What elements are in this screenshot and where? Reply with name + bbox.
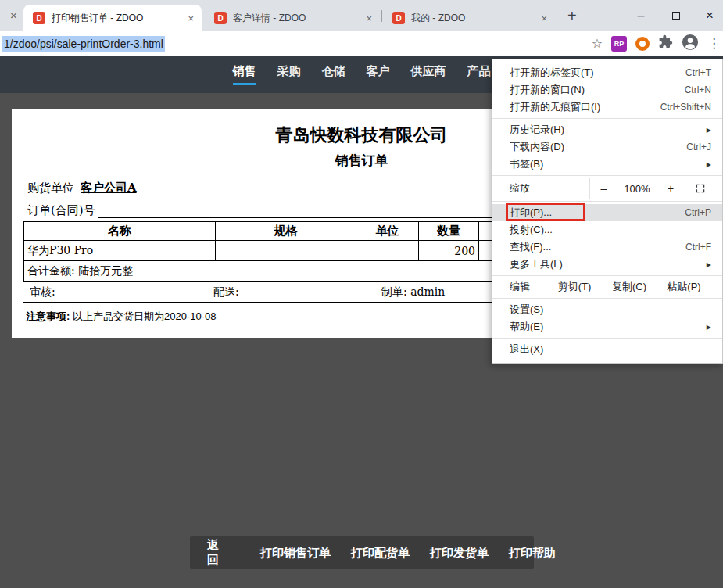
- zdoo-favicon-icon: D: [33, 12, 45, 24]
- table-header-qty: 数量: [419, 222, 479, 241]
- browser-menu-icon[interactable]: ⋮: [707, 35, 718, 52]
- menu-divider: [492, 338, 722, 339]
- cut-button[interactable]: 剪切(T): [547, 280, 602, 294]
- tab-print-order[interactable]: D 打印销售订单 - ZDOO ×: [23, 5, 202, 31]
- tab-strip: × D 打印销售订单 - ZDOO × D 客户详情 - ZDOO × D 我的…: [0, 0, 723, 31]
- note-label: 注意事项:: [26, 310, 70, 322]
- submenu-arrow-icon: ▶: [707, 261, 711, 268]
- strip-close-icon[interactable]: ×: [10, 9, 17, 22]
- menu-item-more-tools[interactable]: 更多工具(L) ▶: [492, 256, 722, 273]
- zdoo-favicon-icon: D: [392, 12, 405, 24]
- menu-item-bookmarks[interactable]: 书签(B) ▶: [492, 156, 722, 173]
- menu-item-exit[interactable]: 退出(X): [492, 341, 722, 358]
- menu-divider: [492, 175, 722, 176]
- cell-unit: [356, 241, 419, 261]
- audit-label: 审核:: [30, 285, 213, 299]
- print-sales-order-button[interactable]: 打印销售订单: [250, 546, 341, 561]
- shortcut-new-tab: Ctrl+T: [685, 67, 711, 78]
- zdoo-favicon-icon: D: [214, 12, 227, 24]
- rp-extension-icon[interactable]: RP: [611, 36, 627, 52]
- menu-divider: [492, 118, 722, 119]
- window-minimize-button[interactable]: –: [625, 0, 657, 31]
- zoom-in-button[interactable]: +: [657, 178, 685, 199]
- zoom-label: 缩放: [510, 181, 589, 195]
- table-header-unit: 单位: [356, 222, 419, 241]
- menu-item-print[interactable]: 打印(P)... Ctrl+P: [492, 204, 722, 221]
- menu-item-cast[interactable]: 投射(C)...: [492, 221, 722, 238]
- paste-button[interactable]: 粘贴(P): [657, 280, 711, 294]
- tab-customer-detail[interactable]: D 客户详情 - ZDOO ×: [205, 5, 380, 31]
- buyer-label: 购货单位: [27, 181, 74, 195]
- maximize-icon: [672, 12, 680, 20]
- tab-close-icon[interactable]: ×: [541, 13, 547, 24]
- tab-close-icon[interactable]: ×: [366, 13, 372, 24]
- print-toolbar: 返回 打印销售订单 打印配货单 打印发货单 打印帮助: [190, 536, 534, 569]
- shortcut-find: Ctrl+F: [685, 242, 711, 253]
- browser-menu-dropdown: 打开新的标签页(T) Ctrl+T 打开新的窗口(N) Ctrl+N 打开新的无…: [492, 59, 723, 364]
- nav-item-sales[interactable]: 销售: [233, 64, 256, 85]
- note-text: 以上产品交货日期为2020-10-08: [73, 310, 217, 322]
- print-delivery-note-button[interactable]: 打印发货单: [420, 546, 499, 561]
- menu-item-edit: 编辑 剪切(T) 复制(C) 粘贴(P): [492, 278, 722, 296]
- tab-title: 打印销售订单 - ZDOO: [52, 12, 181, 25]
- menu-divider: [492, 275, 722, 276]
- submenu-arrow-icon: ▶: [707, 161, 711, 168]
- submenu-arrow-icon: ▶: [707, 324, 711, 331]
- tab-title: 客户详情 - ZDOO: [233, 12, 360, 25]
- copy-button[interactable]: 复制(C): [602, 280, 657, 294]
- tab-separator: [557, 10, 557, 22]
- cell-spec: [216, 241, 356, 261]
- menu-item-new-window[interactable]: 打开新的窗口(N) Ctrl+N: [492, 81, 722, 99]
- extensions-puzzle-icon[interactable]: [658, 34, 673, 52]
- fullscreen-icon[interactable]: [685, 178, 714, 199]
- menu-item-find[interactable]: 查找(F)... Ctrl+F: [492, 238, 722, 256]
- table-header-spec: 规格: [216, 222, 356, 241]
- submenu-arrow-icon: ▶: [707, 127, 711, 134]
- delivery-label: 配送:: [213, 285, 381, 299]
- url-input[interactable]: 1/zdoo/psi/sale-printOrder-3.html: [2, 36, 165, 52]
- tab-separator: [381, 10, 382, 22]
- cell-qty: 200: [419, 241, 479, 261]
- menu-item-settings[interactable]: 设置(S): [492, 301, 722, 318]
- menu-item-new-incognito[interactable]: 打开新的无痕窗口(I) Ctrl+Shift+N: [492, 99, 722, 116]
- print-help-button[interactable]: 打印帮助: [499, 546, 566, 561]
- table-header-name: 名称: [24, 222, 216, 241]
- print-picking-list-button[interactable]: 打印配货单: [341, 546, 420, 561]
- zoom-out-button[interactable]: –: [589, 178, 617, 199]
- menu-divider: [492, 298, 722, 299]
- window-maximize-button[interactable]: [660, 0, 692, 31]
- tab-close-icon[interactable]: ×: [188, 13, 194, 24]
- tab-my[interactable]: D 我的 - ZDOO ×: [383, 5, 555, 31]
- profile-avatar-icon[interactable]: [682, 34, 699, 54]
- back-button[interactable]: 返回: [202, 538, 224, 568]
- nav-item-warehouse[interactable]: 仓储: [322, 64, 345, 85]
- menu-item-help[interactable]: 帮助(E) ▶: [492, 318, 722, 335]
- buyer-value: 客户公司A: [81, 181, 137, 195]
- shortcut-downloads: Ctrl+J: [686, 142, 711, 152]
- nav-item-product[interactable]: 产品: [467, 64, 491, 85]
- nav-item-supplier[interactable]: 供应商: [411, 64, 446, 85]
- shortcut-new-incognito: Ctrl+Shift+N: [660, 102, 711, 113]
- menu-divider: [492, 201, 722, 202]
- window-close-button[interactable]: ×: [694, 0, 723, 31]
- menu-item-history[interactable]: 历史记录(H) ▶: [492, 121, 722, 138]
- nav-item-customer[interactable]: 客户: [367, 64, 390, 85]
- menu-item-new-tab[interactable]: 打开新的标签页(T) Ctrl+T: [492, 64, 722, 81]
- new-tab-button[interactable]: +: [567, 6, 577, 25]
- maker-label: 制单: admin: [381, 285, 445, 299]
- tab-title: 我的 - ZDOO: [411, 12, 535, 25]
- shortcut-new-window: Ctrl+N: [685, 84, 711, 95]
- shortcut-print: Ctrl+P: [685, 207, 711, 218]
- menu-item-zoom: 缩放 – 100% +: [492, 178, 722, 199]
- cell-product-name: 华为P30 Pro: [24, 241, 216, 261]
- edit-label: 编辑: [510, 280, 530, 294]
- address-bar: 1/zdoo/psi/sale-printOrder-3.html ☆ RP ⋮: [0, 31, 723, 56]
- menu-item-downloads[interactable]: 下载内容(D) Ctrl+J: [492, 138, 722, 156]
- nav-item-purchase[interactable]: 采购: [277, 64, 301, 85]
- order-number-label: 订单(合同)号: [27, 203, 95, 218]
- bookmark-star-icon[interactable]: ☆: [592, 36, 603, 51]
- orange-extension-icon[interactable]: [635, 37, 650, 51]
- zoom-level-value: 100%: [617, 178, 657, 199]
